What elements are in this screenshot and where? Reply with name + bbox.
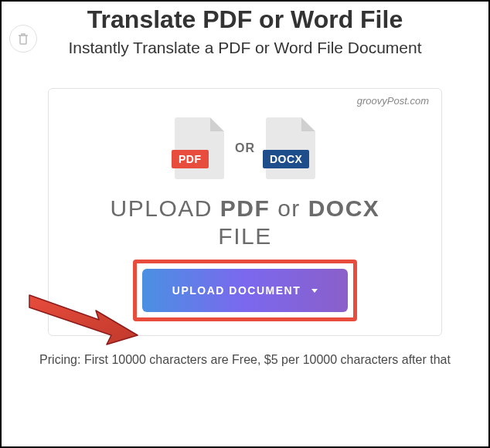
- docx-badge: DOCX: [263, 150, 309, 168]
- pricing-text: Pricing: First 10000 characters are Free…: [2, 353, 488, 367]
- pdf-file-icon: PDF: [175, 117, 224, 179]
- upload-document-button[interactable]: UPLOAD DOCUMENT: [142, 269, 348, 312]
- pdf-badge: PDF: [172, 150, 209, 168]
- close-button[interactable]: [9, 25, 37, 53]
- button-container: UPLOAD DOCUMENT: [142, 269, 348, 312]
- trash-icon: [18, 32, 29, 45]
- header: Translate PDF or Word File Instantly Tra…: [2, 2, 488, 65]
- or-label: OR: [235, 141, 255, 155]
- upload-button-label: UPLOAD DOCUMENT: [172, 284, 301, 297]
- page-subtitle: Instantly Translate a PDF or Word File D…: [17, 39, 473, 57]
- watermark-text: groovyPost.com: [357, 95, 429, 107]
- upload-instruction: UPLOAD PDF or DOCXFILE: [72, 195, 418, 250]
- file-type-icons: PDF OR DOCX: [72, 117, 418, 179]
- docx-file-icon: DOCX: [266, 117, 315, 179]
- page-title: Translate PDF or Word File: [17, 5, 473, 34]
- upload-card: groovyPost.com PDF OR DOCX UPLOAD PDF or…: [48, 88, 442, 336]
- chevron-down-icon: [311, 289, 318, 293]
